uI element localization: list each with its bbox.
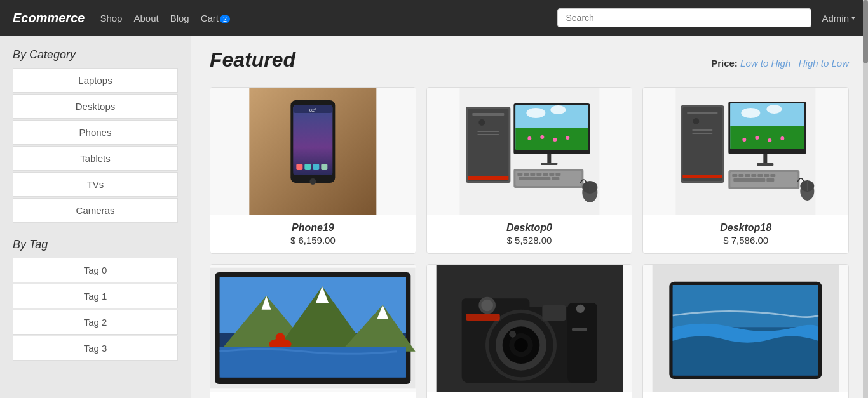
tag-section-title: By Tag <box>13 238 178 251</box>
svg-rect-5 <box>296 164 302 170</box>
svg-point-48 <box>693 118 700 124</box>
svg-rect-16 <box>477 134 499 135</box>
svg-rect-90 <box>220 347 406 377</box>
svg-rect-38 <box>555 173 560 176</box>
page-title: Featured <box>210 48 295 72</box>
svg-point-22 <box>526 108 545 118</box>
product-image-tv <box>210 265 416 392</box>
category-list: Laptops Desktops Phones Tablets TVs Came… <box>13 68 178 223</box>
svg-rect-74 <box>767 178 775 182</box>
svg-rect-67 <box>739 174 744 177</box>
product-card-desktop0[interactable]: Desktop0 $ 5,528.00 <box>426 87 633 254</box>
product-card-tablet[interactable] <box>642 264 849 398</box>
svg-rect-62 <box>764 154 768 164</box>
sidebar-item-tag1[interactable]: Tag 1 <box>13 284 178 308</box>
svg-rect-66 <box>733 174 738 177</box>
chevron-down-icon: ▾ <box>851 14 855 22</box>
sort-high-low[interactable]: High to Low <box>799 58 849 69</box>
svg-point-24 <box>527 136 531 140</box>
svg-point-56 <box>742 108 761 118</box>
sidebar-item-tag2[interactable]: Tag 2 <box>13 310 178 335</box>
svg-point-23 <box>550 105 566 114</box>
svg-rect-111 <box>673 285 818 328</box>
svg-rect-71 <box>764 174 770 177</box>
svg-rect-40 <box>552 177 559 180</box>
svg-text:82°: 82° <box>309 108 316 112</box>
product-card-phone19[interactable]: 82° Phone19 $ 6,159.00 <box>210 87 416 254</box>
admin-dropdown[interactable]: Admin ▾ <box>822 13 855 23</box>
product-grid: 82° Phone19 $ 6,159.00 <box>210 87 849 398</box>
sidebar-item-cameras[interactable]: Cameras <box>13 198 178 223</box>
svg-rect-50 <box>693 133 713 134</box>
product-info-tv <box>210 392 416 398</box>
product-info-desktop0: Desktop0 $ 5,528.00 <box>427 215 632 253</box>
svg-rect-49 <box>693 129 713 131</box>
sidebar-item-tablets[interactable]: Tablets <box>13 146 178 171</box>
svg-point-27 <box>566 136 569 140</box>
sidebar-item-laptops[interactable]: Laptops <box>13 68 178 93</box>
price-sort: Price: Low to High High to Low <box>711 58 849 69</box>
svg-rect-32 <box>517 173 522 176</box>
sidebar-item-phones[interactable]: Phones <box>13 120 178 145</box>
page-layout: By Category Laptops Desktops Phones Tabl… <box>0 36 868 398</box>
svg-rect-33 <box>524 173 529 176</box>
product-card-tv[interactable] <box>210 264 416 398</box>
product-image-desktop18 <box>643 88 848 215</box>
product-card-desktop18[interactable]: Desktop18 $ 7,586.00 <box>642 87 849 254</box>
svg-rect-37 <box>549 173 554 176</box>
svg-rect-63 <box>757 163 774 166</box>
nav-shop[interactable]: Shop <box>100 13 122 23</box>
svg-point-14 <box>478 119 485 126</box>
svg-rect-13 <box>472 113 504 116</box>
svg-rect-70 <box>758 174 763 177</box>
product-info-tablet <box>643 392 848 398</box>
sidebar-item-tvs[interactable]: TVs <box>13 172 178 197</box>
sidebar-item-tag0[interactable]: Tag 0 <box>13 258 178 282</box>
svg-rect-46 <box>683 107 722 181</box>
product-card-camera[interactable] <box>426 264 633 398</box>
svg-rect-39 <box>519 177 550 180</box>
svg-rect-6 <box>304 164 311 170</box>
search-input[interactable] <box>557 8 811 27</box>
svg-rect-94 <box>567 303 597 383</box>
sidebar-item-desktops[interactable]: Desktops <box>13 94 178 119</box>
scrollbar-thumb[interactable] <box>863 0 868 63</box>
svg-rect-15 <box>477 131 499 132</box>
svg-rect-51 <box>683 175 722 178</box>
svg-rect-106 <box>572 328 587 331</box>
tag-list: Tag 0 Tag 1 Tag 2 Tag 3 <box>13 258 178 361</box>
main-content: Featured Price: Low to High High to Low <box>191 36 868 398</box>
svg-point-25 <box>540 135 544 139</box>
product-name: Phone19 <box>220 222 405 234</box>
brand[interactable]: Ecommerce <box>13 11 85 25</box>
svg-point-100 <box>514 338 527 352</box>
scrollbar[interactable] <box>863 0 868 398</box>
svg-rect-54 <box>731 103 804 126</box>
product-image-desktop0 <box>427 88 632 215</box>
svg-rect-8 <box>321 164 327 170</box>
svg-point-61 <box>781 136 785 140</box>
main-header: Featured Price: Low to High High to Low <box>210 48 849 72</box>
svg-point-104 <box>481 300 493 312</box>
product-info-desktop18: Desktop18 $ 7,586.00 <box>643 215 848 253</box>
cart-badge: 2 <box>220 15 230 23</box>
product-price: $ 7,586.00 <box>653 235 838 246</box>
svg-rect-36 <box>543 173 548 176</box>
svg-rect-68 <box>745 174 750 177</box>
svg-point-60 <box>768 138 772 142</box>
product-info-camera <box>427 392 632 398</box>
price-label: Price: <box>711 58 738 69</box>
nav-cart[interactable]: Cart2 <box>201 13 230 23</box>
product-price: $ 5,528.00 <box>437 235 622 246</box>
product-name: Desktop18 <box>653 222 838 234</box>
nav-blog[interactable]: Blog <box>170 13 189 23</box>
svg-rect-35 <box>536 173 541 176</box>
svg-rect-7 <box>313 164 319 170</box>
svg-rect-73 <box>734 178 766 182</box>
svg-point-105 <box>576 305 584 313</box>
nav-about[interactable]: About <box>133 13 158 23</box>
svg-rect-17 <box>468 176 508 180</box>
product-image-phone19: 82° <box>210 88 416 215</box>
sort-low-high[interactable]: Low to High <box>740 58 790 69</box>
sidebar-item-tag3[interactable]: Tag 3 <box>13 336 178 361</box>
